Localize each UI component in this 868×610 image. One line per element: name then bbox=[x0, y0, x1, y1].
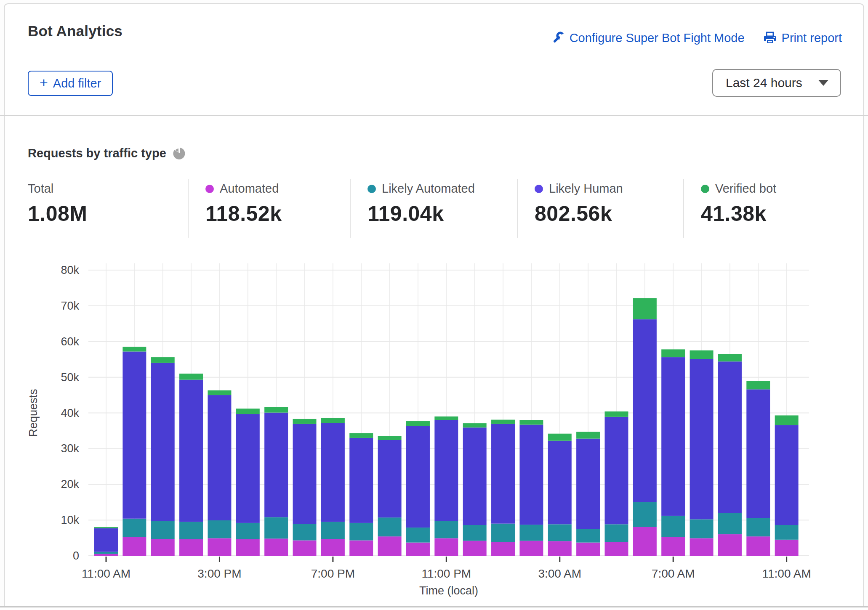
stat-total-value: 1.08M bbox=[28, 202, 188, 226]
automated-dot-icon bbox=[205, 185, 214, 193]
configure-super-bot-fight-mode-link[interactable]: Configure Super Bot Fight Mode bbox=[551, 31, 745, 45]
bar-segment bbox=[406, 421, 430, 426]
chevron-down-icon bbox=[818, 80, 828, 86]
likely-automated-dot-icon bbox=[367, 185, 376, 193]
bar-segment bbox=[718, 361, 742, 513]
bar-segment bbox=[775, 525, 799, 540]
bar-segment bbox=[690, 538, 714, 556]
likely-human-dot-icon bbox=[535, 185, 543, 193]
y-axis-tick-label: 0 bbox=[73, 549, 79, 562]
bar-segment bbox=[604, 417, 628, 524]
bar-segment bbox=[690, 359, 714, 519]
traffic-type-stats: Total 1.08M Automated 118.52k Likely Aut… bbox=[0, 179, 868, 238]
bar-segment bbox=[746, 536, 770, 556]
bar-segment bbox=[208, 390, 231, 395]
stat-verified-bot: Verified bot 41.38k bbox=[683, 179, 868, 238]
bar-segment bbox=[264, 407, 288, 413]
bar-segment bbox=[208, 520, 231, 538]
bot-analytics-page: Bot Analytics Configure Super Bot Fight … bbox=[0, 0, 868, 610]
stat-likely-human-label: Likely Human bbox=[549, 182, 623, 196]
bar-segment bbox=[746, 389, 770, 518]
y-axis-tick-label: 10k bbox=[61, 514, 79, 526]
bar-segment bbox=[746, 381, 770, 389]
x-axis-tick bbox=[106, 557, 107, 562]
x-axis-tick bbox=[673, 557, 674, 562]
bar-segment bbox=[633, 527, 657, 556]
bar-segment bbox=[434, 420, 458, 521]
bar-segment bbox=[775, 540, 799, 556]
time-range-dropdown[interactable]: Last 24 hours bbox=[712, 69, 841, 97]
wrench-icon bbox=[551, 32, 564, 45]
bar-segment bbox=[293, 419, 317, 424]
bar-segment bbox=[321, 418, 345, 423]
bar-segment bbox=[491, 524, 515, 542]
print-link-label: Print report bbox=[782, 31, 842, 45]
bar-segment bbox=[633, 502, 657, 527]
bar-segment bbox=[633, 319, 657, 502]
add-filter-label: Add filter bbox=[53, 77, 101, 90]
add-filter-button[interactable]: + Add filter bbox=[28, 71, 113, 96]
bar-segment bbox=[208, 395, 231, 520]
bar-segment bbox=[604, 524, 628, 542]
y-axis-tick-label: 60k bbox=[61, 335, 79, 348]
bar-segment bbox=[548, 434, 572, 441]
pie-chart-icon bbox=[173, 147, 186, 160]
section-title: Requests by traffic type bbox=[28, 146, 166, 160]
y-axis-tick-label: 40k bbox=[61, 407, 79, 419]
header-divider bbox=[0, 115, 868, 116]
bar-segment bbox=[349, 541, 373, 556]
y-axis-tick-label: 80k bbox=[61, 264, 79, 276]
bar-segment bbox=[378, 536, 402, 556]
bar-segment bbox=[293, 541, 317, 556]
bar-segment bbox=[519, 425, 543, 525]
bar-segment bbox=[378, 436, 402, 440]
x-axis-tick bbox=[559, 557, 560, 562]
bar-segment bbox=[236, 414, 260, 523]
x-axis-tick-label: 7:00 PM bbox=[311, 567, 355, 580]
bar-segment bbox=[633, 298, 657, 319]
bar-segment bbox=[122, 352, 146, 519]
bar-segment bbox=[321, 423, 345, 522]
bar-segment bbox=[718, 534, 742, 556]
bar-segment bbox=[264, 538, 288, 556]
bar-segment bbox=[519, 525, 543, 541]
bar-segment bbox=[94, 554, 118, 556]
bar-segment bbox=[576, 529, 600, 542]
bar-segment bbox=[604, 542, 628, 556]
header-links: Configure Super Bot Fight Mode Print rep… bbox=[551, 31, 842, 45]
bar-segment bbox=[746, 518, 770, 536]
x-axis-tick-label: 11:00 PM bbox=[421, 567, 471, 580]
bar-segment bbox=[434, 521, 458, 538]
print-report-link[interactable]: Print report bbox=[763, 31, 842, 45]
stat-verified-bot-label: Verified bot bbox=[715, 182, 776, 196]
x-axis-tick-label: 3:00 AM bbox=[538, 567, 581, 580]
stat-likely-automated-label: Likely Automated bbox=[382, 182, 475, 196]
stat-verified-bot-value: 41.38k bbox=[701, 202, 868, 226]
stat-likely-human: Likely Human 802.56k bbox=[517, 179, 683, 238]
stat-automated-value: 118.52k bbox=[205, 202, 350, 226]
bar-segment bbox=[293, 524, 317, 540]
bar-segment bbox=[661, 516, 685, 537]
bar-segment bbox=[236, 523, 260, 539]
bar-segment bbox=[434, 538, 458, 556]
bar-segment bbox=[519, 420, 543, 424]
bar-segment bbox=[604, 411, 628, 417]
bar-segment bbox=[349, 433, 373, 438]
bar-segment bbox=[179, 374, 203, 379]
bar-segment bbox=[349, 523, 373, 541]
verified-bot-dot-icon bbox=[701, 185, 709, 193]
bar-segment bbox=[661, 349, 685, 357]
bar-segment bbox=[378, 517, 402, 536]
bar-segment bbox=[775, 425, 799, 525]
bar-segment bbox=[236, 539, 260, 556]
bar-segment bbox=[576, 439, 600, 529]
section-title-row: Requests by traffic type bbox=[28, 146, 186, 160]
bar-segment bbox=[122, 519, 146, 537]
bar-segment bbox=[378, 440, 402, 517]
bar-segment bbox=[94, 527, 118, 528]
stat-likely-automated-value: 119.04k bbox=[367, 202, 517, 226]
page-title: Bot Analytics bbox=[28, 23, 122, 40]
bar-segment bbox=[349, 438, 373, 523]
x-axis-tick-label: 7:00 AM bbox=[652, 567, 695, 580]
y-axis-tick-label: 70k bbox=[61, 300, 79, 312]
